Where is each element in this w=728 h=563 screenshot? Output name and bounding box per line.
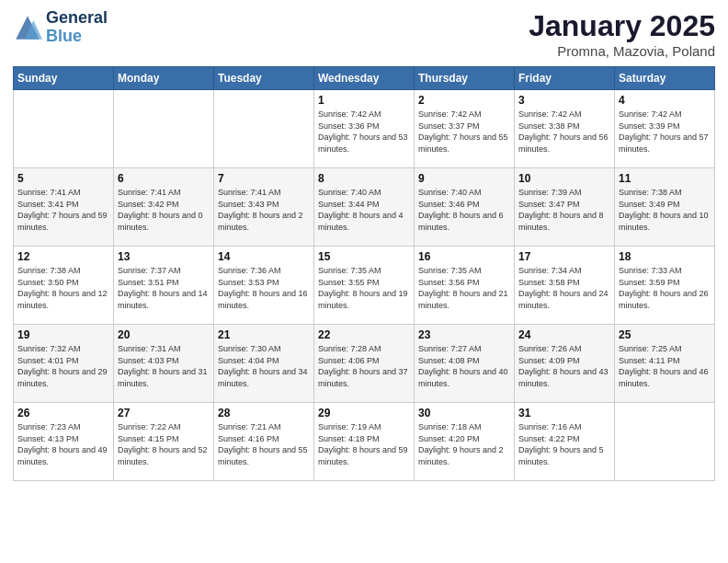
cell-day-number: 18 [619, 250, 711, 263]
cell-day-number: 6 [118, 172, 210, 185]
table-cell: 5Sunrise: 7:41 AM Sunset: 3:41 PM Daylig… [14, 168, 114, 247]
cell-info-text: Sunrise: 7:42 AM Sunset: 3:37 PM Dayligh… [418, 109, 510, 155]
cell-info-text: Sunrise: 7:36 AM Sunset: 3:53 PM Dayligh… [218, 265, 310, 311]
cell-day-number: 17 [518, 250, 610, 263]
cell-info-text: Sunrise: 7:41 AM Sunset: 3:41 PM Dayligh… [17, 187, 109, 233]
cell-info-text: Sunrise: 7:18 AM Sunset: 4:20 PM Dayligh… [418, 421, 510, 467]
week-row-5: 26Sunrise: 7:23 AM Sunset: 4:13 PM Dayli… [14, 403, 715, 481]
cell-day-number: 10 [518, 172, 610, 185]
week-row-2: 5Sunrise: 7:41 AM Sunset: 3:41 PM Daylig… [14, 168, 715, 247]
page-container: General Blue January 2025 Promna, Mazovi… [0, 0, 728, 563]
cell-info-text: Sunrise: 7:21 AM Sunset: 4:16 PM Dayligh… [218, 421, 310, 467]
table-cell: 14Sunrise: 7:36 AM Sunset: 3:53 PM Dayli… [214, 247, 314, 325]
logo-text: General Blue [46, 9, 108, 46]
cell-day-number: 5 [17, 172, 109, 185]
cell-day-number: 23 [418, 328, 510, 341]
week-row-3: 12Sunrise: 7:38 AM Sunset: 3:50 PM Dayli… [14, 247, 715, 325]
cell-info-text: Sunrise: 7:42 AM Sunset: 3:36 PM Dayligh… [318, 109, 410, 155]
cell-day-number: 12 [17, 250, 109, 263]
cell-info-text: Sunrise: 7:27 AM Sunset: 4:08 PM Dayligh… [418, 343, 510, 389]
cell-info-text: Sunrise: 7:22 AM Sunset: 4:15 PM Dayligh… [118, 421, 210, 467]
page-header: General Blue January 2025 Promna, Mazovi… [13, 9, 715, 59]
table-cell: 19Sunrise: 7:32 AM Sunset: 4:01 PM Dayli… [14, 325, 114, 403]
cell-day-number: 21 [218, 328, 310, 341]
cell-day-number: 2 [418, 94, 510, 107]
cell-info-text: Sunrise: 7:39 AM Sunset: 3:47 PM Dayligh… [518, 187, 610, 233]
cell-day-number: 9 [418, 172, 510, 185]
cell-info-text: Sunrise: 7:19 AM Sunset: 4:18 PM Dayligh… [318, 421, 410, 467]
col-thursday: Thursday [415, 67, 515, 90]
cell-day-number: 14 [218, 250, 310, 263]
col-saturday: Saturday [615, 67, 715, 90]
cell-day-number: 1 [318, 94, 410, 107]
table-cell [214, 90, 314, 168]
calendar-subtitle: Promna, Mazovia, Poland [529, 43, 715, 59]
cell-day-number: 3 [518, 94, 610, 107]
cell-info-text: Sunrise: 7:37 AM Sunset: 3:51 PM Dayligh… [118, 265, 210, 311]
col-tuesday: Tuesday [214, 67, 314, 90]
cell-info-text: Sunrise: 7:23 AM Sunset: 4:13 PM Dayligh… [17, 421, 109, 467]
table-cell: 28Sunrise: 7:21 AM Sunset: 4:16 PM Dayli… [214, 403, 314, 481]
cell-day-number: 28 [218, 407, 310, 419]
table-cell: 27Sunrise: 7:22 AM Sunset: 4:15 PM Dayli… [114, 403, 214, 481]
cell-day-number: 11 [619, 172, 711, 185]
cell-day-number: 24 [518, 328, 610, 341]
table-cell: 31Sunrise: 7:16 AM Sunset: 4:22 PM Dayli… [515, 403, 615, 481]
table-cell: 24Sunrise: 7:26 AM Sunset: 4:09 PM Dayli… [515, 325, 615, 403]
cell-info-text: Sunrise: 7:26 AM Sunset: 4:09 PM Dayligh… [518, 343, 610, 389]
cell-info-text: Sunrise: 7:31 AM Sunset: 4:03 PM Dayligh… [118, 343, 210, 389]
table-cell: 8Sunrise: 7:40 AM Sunset: 3:44 PM Daylig… [314, 168, 415, 247]
cell-info-text: Sunrise: 7:33 AM Sunset: 3:59 PM Dayligh… [619, 265, 711, 311]
table-cell: 16Sunrise: 7:35 AM Sunset: 3:56 PM Dayli… [415, 247, 515, 325]
table-cell: 22Sunrise: 7:28 AM Sunset: 4:06 PM Dayli… [314, 325, 415, 403]
cell-info-text: Sunrise: 7:30 AM Sunset: 4:04 PM Dayligh… [218, 343, 310, 389]
logo: General Blue [13, 9, 108, 46]
table-cell: 26Sunrise: 7:23 AM Sunset: 4:13 PM Dayli… [14, 403, 114, 481]
cell-info-text: Sunrise: 7:40 AM Sunset: 3:46 PM Dayligh… [418, 187, 510, 233]
col-monday: Monday [114, 67, 214, 90]
table-cell: 25Sunrise: 7:25 AM Sunset: 4:11 PM Dayli… [615, 325, 715, 403]
table-cell: 4Sunrise: 7:42 AM Sunset: 3:39 PM Daylig… [615, 90, 715, 168]
table-cell: 15Sunrise: 7:35 AM Sunset: 3:55 PM Dayli… [314, 247, 415, 325]
col-friday: Friday [515, 67, 615, 90]
table-cell: 12Sunrise: 7:38 AM Sunset: 3:50 PM Dayli… [14, 247, 114, 325]
cell-day-number: 29 [318, 407, 410, 419]
week-row-4: 19Sunrise: 7:32 AM Sunset: 4:01 PM Dayli… [14, 325, 715, 403]
table-cell: 7Sunrise: 7:41 AM Sunset: 3:43 PM Daylig… [214, 168, 314, 247]
cell-info-text: Sunrise: 7:32 AM Sunset: 4:01 PM Dayligh… [17, 343, 109, 389]
cell-day-number: 26 [17, 407, 109, 419]
cell-info-text: Sunrise: 7:40 AM Sunset: 3:44 PM Dayligh… [318, 187, 410, 233]
cell-day-number: 31 [518, 407, 610, 419]
col-wednesday: Wednesday [314, 67, 415, 90]
cell-info-text: Sunrise: 7:41 AM Sunset: 3:42 PM Dayligh… [118, 187, 210, 233]
cell-info-text: Sunrise: 7:34 AM Sunset: 3:58 PM Dayligh… [518, 265, 610, 311]
cell-day-number: 20 [118, 328, 210, 341]
cell-info-text: Sunrise: 7:35 AM Sunset: 3:56 PM Dayligh… [418, 265, 510, 311]
table-cell: 9Sunrise: 7:40 AM Sunset: 3:46 PM Daylig… [415, 168, 515, 247]
table-cell: 18Sunrise: 7:33 AM Sunset: 3:59 PM Dayli… [615, 247, 715, 325]
cell-day-number: 8 [318, 172, 410, 185]
cell-info-text: Sunrise: 7:38 AM Sunset: 3:50 PM Dayligh… [17, 265, 109, 311]
table-cell: 10Sunrise: 7:39 AM Sunset: 3:47 PM Dayli… [515, 168, 615, 247]
table-cell: 3Sunrise: 7:42 AM Sunset: 3:38 PM Daylig… [515, 90, 615, 168]
logo-icon [13, 13, 42, 42]
cell-day-number: 4 [619, 94, 711, 107]
cell-day-number: 15 [318, 250, 410, 263]
cell-info-text: Sunrise: 7:25 AM Sunset: 4:11 PM Dayligh… [619, 343, 711, 389]
calendar-table: Sunday Monday Tuesday Wednesday Thursday… [13, 66, 715, 481]
cell-day-number: 27 [118, 407, 210, 419]
calendar-header-row: Sunday Monday Tuesday Wednesday Thursday… [14, 67, 715, 90]
table-cell: 20Sunrise: 7:31 AM Sunset: 4:03 PM Dayli… [114, 325, 214, 403]
col-sunday: Sunday [14, 67, 114, 90]
table-cell: 6Sunrise: 7:41 AM Sunset: 3:42 PM Daylig… [114, 168, 214, 247]
cell-info-text: Sunrise: 7:28 AM Sunset: 4:06 PM Dayligh… [318, 343, 410, 389]
table-cell: 1Sunrise: 7:42 AM Sunset: 3:36 PM Daylig… [314, 90, 415, 168]
table-cell: 13Sunrise: 7:37 AM Sunset: 3:51 PM Dayli… [114, 247, 214, 325]
table-cell [14, 90, 114, 168]
title-block: January 2025 Promna, Mazovia, Poland [529, 9, 715, 59]
table-cell: 29Sunrise: 7:19 AM Sunset: 4:18 PM Dayli… [314, 403, 415, 481]
table-cell: 17Sunrise: 7:34 AM Sunset: 3:58 PM Dayli… [515, 247, 615, 325]
cell-info-text: Sunrise: 7:38 AM Sunset: 3:49 PM Dayligh… [619, 187, 711, 233]
cell-day-number: 13 [118, 250, 210, 263]
table-cell: 11Sunrise: 7:38 AM Sunset: 3:49 PM Dayli… [615, 168, 715, 247]
